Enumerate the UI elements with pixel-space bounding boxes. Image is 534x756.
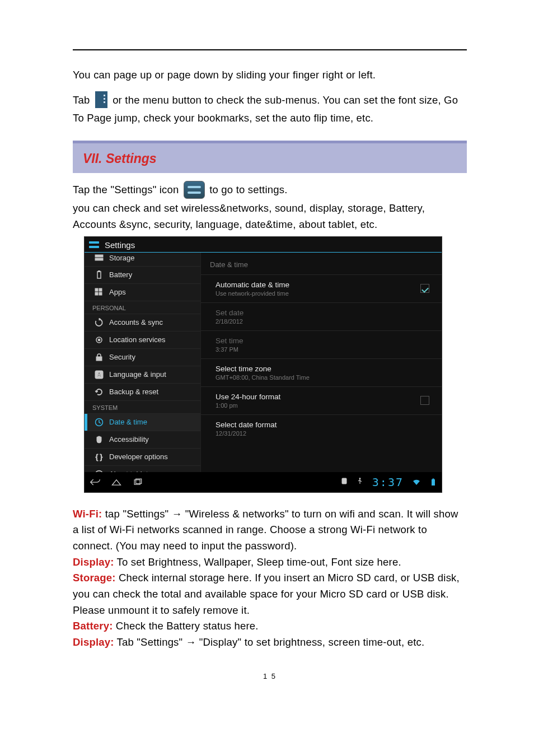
row-set-date: Set date 2/18/2012 bbox=[201, 302, 442, 330]
sidebar-item-language[interactable]: A Language & input bbox=[85, 366, 200, 384]
backup-icon bbox=[95, 388, 104, 396]
term-display2: Display: bbox=[73, 636, 114, 648]
para-display1: Display: To set Brightness, Wallpaper, S… bbox=[73, 554, 467, 571]
sidebar-item-location[interactable]: Location services bbox=[85, 332, 200, 349]
section-title: VII. Settings bbox=[83, 151, 157, 166]
svg-rect-6 bbox=[95, 292, 98, 295]
para-display2: Display: Tab "Settings" → "Display" to s… bbox=[73, 634, 467, 651]
term-display: Display: bbox=[73, 556, 114, 568]
battery-icon bbox=[95, 270, 104, 279]
sidebar-item-battery[interactable]: Battery bbox=[85, 267, 200, 284]
section-header-settings: VII. Settings bbox=[73, 141, 467, 173]
sidebar-item-backup[interactable]: Backup & reset bbox=[85, 384, 200, 401]
settings-app-icon bbox=[184, 181, 205, 199]
checkbox-auto-datetime[interactable] bbox=[420, 284, 429, 293]
settings-icon bbox=[89, 241, 100, 249]
status-usb-icon bbox=[357, 478, 363, 486]
braces-icon: { } bbox=[95, 452, 104, 461]
apps-icon bbox=[95, 288, 104, 297]
row-auto-datetime[interactable]: Automatic date & time Use network-provid… bbox=[201, 274, 442, 302]
para-tap-settings: Tap the "Settings" icon to go to setting… bbox=[73, 181, 467, 200]
detail-header: Date & time bbox=[201, 253, 442, 274]
term-storage: Storage: bbox=[73, 572, 116, 584]
sidebar-item-accounts-sync[interactable]: Accounts & sync bbox=[85, 314, 200, 332]
svg-rect-5 bbox=[99, 288, 102, 291]
system-navbar: 3:37 bbox=[85, 472, 442, 492]
term-battery: Battery: bbox=[73, 620, 113, 632]
svg-rect-22 bbox=[432, 479, 435, 486]
svg-rect-1 bbox=[95, 258, 103, 260]
sidebar-category-system: SYSTEM bbox=[85, 401, 200, 414]
sidebar-item-apps[interactable]: Apps bbox=[85, 284, 200, 301]
svg-rect-2 bbox=[97, 272, 101, 278]
info-icon bbox=[95, 470, 104, 472]
status-sd-icon bbox=[341, 478, 348, 486]
row-timezone[interactable]: Select time zone GMT+08:00, China Standa… bbox=[201, 358, 442, 386]
row-set-time: Set time 3:37 PM bbox=[201, 330, 442, 358]
svg-rect-0 bbox=[95, 255, 103, 257]
nav-back-button[interactable] bbox=[89, 476, 101, 488]
para-pageflip: You can page up or page down by sliding … bbox=[73, 67, 467, 83]
sidebar-item-about[interactable]: About tablet bbox=[85, 466, 200, 472]
topbar-title: Settings bbox=[105, 240, 135, 250]
svg-rect-23 bbox=[433, 478, 434, 479]
settings-screenshot: Settings Storage Battery bbox=[84, 236, 442, 493]
para-storage: Storage: Check internal storage here. If… bbox=[73, 570, 467, 618]
nav-recents-button[interactable] bbox=[132, 476, 144, 488]
target-icon bbox=[95, 335, 104, 344]
svg-point-21 bbox=[359, 478, 360, 479]
status-wifi-icon bbox=[413, 478, 420, 486]
row-24hour[interactable]: Use 24-hour format 1:00 pm bbox=[201, 386, 442, 414]
sidebar-category-personal: PERSONAL bbox=[85, 301, 200, 314]
sidebar-item-storage[interactable]: Storage bbox=[85, 253, 200, 267]
sidebar-item-developer[interactable]: { } Developer options bbox=[85, 449, 200, 466]
svg-rect-10 bbox=[96, 357, 102, 361]
detail-panel: Date & time Automatic date & time Use ne… bbox=[201, 253, 442, 472]
lock-icon bbox=[95, 353, 104, 362]
clock-icon bbox=[95, 418, 104, 427]
status-clock: 3:37 bbox=[372, 475, 404, 489]
row-dateformat[interactable]: Select date format 12/31/2012 bbox=[201, 414, 442, 442]
para-wifi: Wi-Fi: tap "Settings" → "Wireless & netw… bbox=[73, 506, 467, 554]
settings-sidebar: Storage Battery Apps PERSONAL bbox=[85, 253, 201, 472]
storage-icon bbox=[95, 254, 104, 263]
sidebar-item-accessibility[interactable]: Accessibility bbox=[85, 431, 200, 449]
nav-home-button[interactable] bbox=[110, 476, 123, 488]
term-wifi: Wi-Fi: bbox=[73, 508, 102, 520]
svg-point-9 bbox=[98, 339, 100, 341]
svg-text:{ }: { } bbox=[96, 452, 103, 461]
lang-icon: A bbox=[95, 370, 104, 379]
screenshot-topbar: Settings bbox=[85, 237, 442, 253]
divider-top bbox=[73, 49, 467, 50]
para-tab-menu: Tab or the menu button to check the sub-… bbox=[73, 91, 467, 127]
status-battery-icon bbox=[429, 478, 437, 486]
svg-text:A: A bbox=[97, 372, 101, 378]
page-number: 1 5 bbox=[73, 672, 467, 680]
tab-rest: or the menu button to check the sub-menu… bbox=[73, 94, 458, 124]
para-settings-desc: you can check and set wireless&networks,… bbox=[73, 200, 467, 232]
sync-icon bbox=[95, 318, 104, 327]
kebab-menu-icon bbox=[95, 91, 107, 108]
svg-rect-4 bbox=[95, 288, 98, 291]
checkbox-24hour[interactable] bbox=[420, 396, 429, 405]
svg-rect-3 bbox=[99, 270, 100, 272]
svg-rect-20 bbox=[342, 478, 346, 484]
svg-rect-7 bbox=[99, 292, 102, 295]
hand-icon bbox=[95, 435, 104, 444]
tab-word: Tab bbox=[73, 94, 90, 106]
sidebar-item-security[interactable]: Security bbox=[85, 349, 200, 366]
sidebar-item-datetime[interactable]: Date & time bbox=[85, 414, 200, 431]
para-battery: Battery: Check the Battery status here. bbox=[73, 618, 467, 634]
